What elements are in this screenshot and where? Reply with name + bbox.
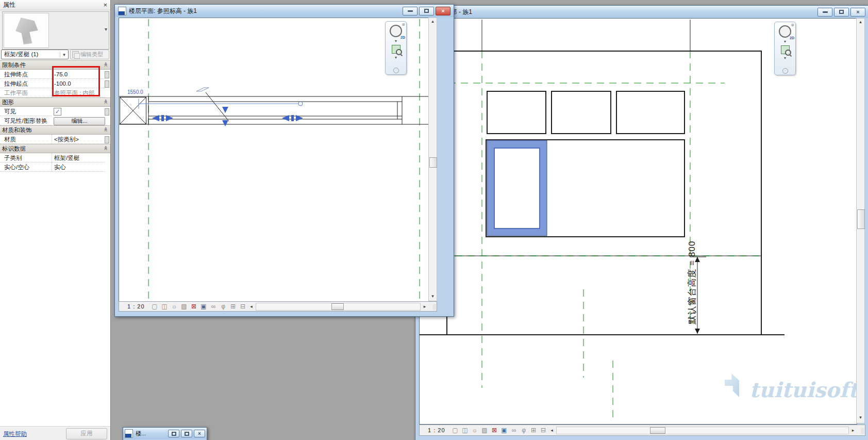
selected-mullion-opening[interactable] [494, 148, 540, 229]
zoom-icon[interactable] [392, 45, 400, 54]
scrollbar-thumb[interactable] [331, 303, 344, 310]
scroll-right-icon[interactable]: ▸ [849, 428, 857, 433]
shape-handle-triangle[interactable] [222, 120, 228, 126]
associate-param-button[interactable] [105, 71, 109, 78]
reveal-hidden-icon[interactable]: ∞ [209, 303, 219, 310]
constraint-lock-icon[interactable]: ⊟ [539, 427, 548, 434]
maximize-button[interactable] [834, 8, 849, 17]
resize-grip[interactable] [429, 303, 437, 310]
minimized-window-titlebar[interactable]: 楼... × [123, 428, 207, 439]
flip-arrow-bar[interactable] [291, 115, 294, 121]
chevron-down-icon[interactable]: ▾ [105, 26, 107, 32]
scrollbar-thumb[interactable] [650, 427, 665, 434]
worksharing-display-icon[interactable]: ⊞ [228, 303, 238, 310]
associate-param-button[interactable] [105, 108, 109, 116]
temporary-hide-icon[interactable]: φ [219, 303, 228, 310]
collapse-chevron-icon[interactable]: ≫ [103, 62, 108, 67]
flip-arrow-bar[interactable] [161, 115, 164, 121]
scroll-up-icon[interactable]: ▴ [857, 19, 864, 24]
restore-button[interactable] [419, 7, 434, 15]
scroll-left-icon[interactable]: ◂ [248, 304, 255, 309]
temporary-hide-icon[interactable]: φ [519, 427, 529, 434]
shaded-view-icon[interactable]: ◫ [160, 303, 170, 310]
crop-region-icon[interactable]: ▣ [499, 427, 509, 434]
shadows-icon[interactable]: ▧ [179, 303, 189, 310]
edit-overrides-button[interactable]: 编辑... [54, 117, 105, 125]
top-lite-panel[interactable] [552, 91, 611, 134]
subcategory-value[interactable]: 框架/竖梃 [52, 153, 105, 162]
resize-grip[interactable] [858, 427, 865, 434]
maximize-button[interactable] [181, 430, 192, 437]
chevron-down-icon[interactable]: ▾ [784, 56, 786, 60]
sun-settings-icon[interactable]: ☼ [470, 427, 480, 434]
elevation-window-titlebar[interactable]: : 内部 - 族1 × [415, 6, 868, 18]
crop-view-icon[interactable]: ⊠ [189, 303, 199, 310]
floor-plan-canvas[interactable]: 1550.0 ⊗ 2D ▾ ▾ · [119, 18, 429, 302]
section-identity-data[interactable]: 标识数据 ≫ [0, 144, 110, 153]
navbar-circle-icon[interactable]: · [393, 68, 399, 73]
edit-type-button[interactable]: 编辑类型 [70, 50, 109, 59]
drag-grip-circle[interactable] [298, 102, 303, 106]
close-button[interactable]: × [436, 7, 450, 15]
reveal-hidden-icon[interactable]: ∞ [509, 427, 519, 434]
scrollbar-thumb[interactable] [857, 209, 865, 229]
minimize-button[interactable] [817, 8, 832, 17]
horizontal-scrollbar[interactable] [556, 427, 849, 434]
shadows-icon[interactable]: ▧ [480, 427, 490, 434]
navbar-close-icon[interactable]: ⊗ [402, 22, 405, 27]
collapse-chevron-icon[interactable]: ≫ [103, 145, 108, 150]
vertical-scrollbar[interactable]: ▴ ▾ [856, 18, 865, 423]
scroll-up-icon[interactable]: ▴ [429, 19, 437, 24]
section-materials[interactable]: 材质和装饰 ≫ [0, 125, 110, 135]
properties-panel-titlebar[interactable]: 属性 × [0, 0, 110, 10]
work-plane-icon[interactable] [196, 88, 209, 91]
worksharing-display-icon[interactable]: ⊞ [529, 427, 539, 434]
chevron-down-icon[interactable]: ▾ [395, 39, 397, 43]
close-icon[interactable]: × [103, 2, 107, 8]
steering-wheel-2d-icon[interactable]: 2D [779, 25, 791, 38]
chevron-down-icon[interactable]: ▾ [395, 55, 397, 60]
shape-handle-triangle[interactable] [222, 107, 228, 113]
vertical-scrollbar[interactable]: ▴ ▾ [428, 18, 437, 301]
view-scale[interactable]: 1 : 20 [127, 303, 145, 309]
close-button[interactable]: × [850, 8, 865, 17]
zoom-icon[interactable] [781, 45, 790, 54]
material-value[interactable]: <按类别> [52, 135, 105, 144]
visual-style-icon[interactable]: ▢ [150, 303, 160, 310]
apply-button[interactable]: 应用 [66, 428, 107, 439]
width-dimension-text[interactable]: 1550.0 [127, 89, 143, 95]
scrollbar-thumb[interactable] [429, 157, 437, 168]
restore-button[interactable] [168, 430, 179, 437]
visual-style-icon[interactable]: ▢ [450, 427, 460, 434]
crop-view-icon[interactable]: ⊠ [490, 427, 499, 434]
scroll-left-icon[interactable]: ◂ [548, 428, 556, 433]
navbar-circle-icon[interactable]: · [782, 68, 788, 74]
constraint-lock-icon[interactable]: ⊟ [238, 303, 248, 310]
sill-height-dimension-text[interactable]: 默认窗台高度 = 800 [686, 236, 698, 329]
scroll-right-icon[interactable]: ▸ [421, 304, 428, 309]
sun-settings-icon[interactable]: ☼ [170, 303, 179, 310]
top-lite-panel[interactable] [616, 91, 685, 134]
collapse-chevron-icon[interactable]: ≫ [103, 99, 108, 104]
visible-checkbox[interactable]: ✓ [54, 108, 61, 116]
properties-help-link[interactable]: 属性帮助 [3, 430, 27, 438]
horizontal-scrollbar[interactable] [256, 303, 421, 311]
scroll-down-icon[interactable]: ▾ [429, 294, 437, 299]
navbar-close-icon[interactable]: ⊗ [791, 23, 794, 27]
associate-param-button[interactable] [105, 136, 109, 143]
crop-region-icon[interactable]: ▣ [199, 303, 209, 310]
type-selector[interactable]: 框架/竖梃 (1) ▾ [1, 50, 69, 59]
collapse-chevron-icon[interactable]: ≫ [103, 127, 108, 132]
elevation-view-canvas[interactable]: 默认窗台高度 = 800 ⊗ 2D ▾ ▾ · tuituisoft.com [419, 18, 857, 425]
view-scale[interactable]: 1 : 20 [428, 427, 445, 433]
associate-param-button[interactable] [105, 80, 109, 88]
minimize-button[interactable] [403, 7, 418, 15]
top-lite-panel[interactable] [487, 91, 546, 134]
chevron-down-icon[interactable]: ▾ [60, 52, 68, 57]
close-button[interactable]: × [194, 430, 205, 437]
floor-plan-titlebar[interactable]: 楼层平面: 参照标高 - 族1 × [115, 5, 454, 17]
shaded-view-icon[interactable]: ◫ [460, 427, 470, 434]
scroll-down-icon[interactable]: ▾ [857, 415, 864, 420]
chevron-down-icon[interactable]: ▾ [784, 39, 786, 44]
steering-wheel-2d-icon[interactable]: 2D [390, 25, 402, 37]
